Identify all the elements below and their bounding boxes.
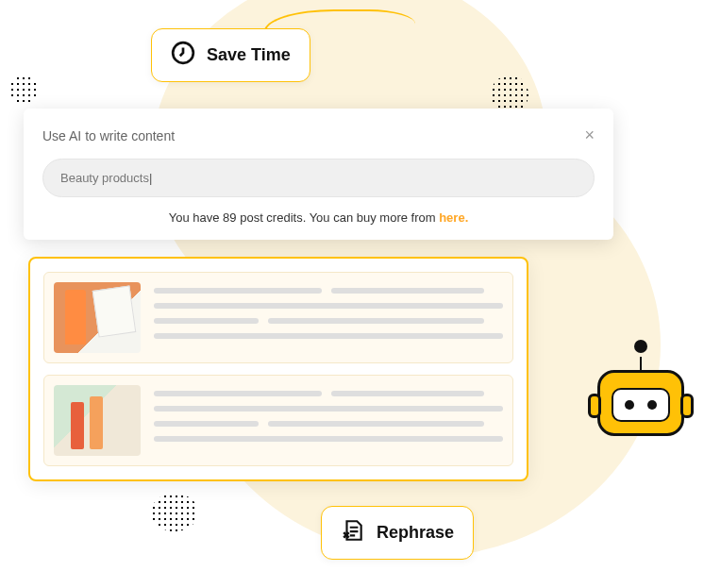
result-item[interactable] (43, 272, 513, 363)
decorative-dots (491, 76, 528, 113)
buy-credits-link[interactable]: here. (439, 210, 468, 225)
clock-icon (171, 41, 195, 70)
robot-face (612, 388, 670, 422)
close-button[interactable]: × (584, 126, 595, 145)
badge-label: Rephrase (377, 523, 454, 543)
robot-antenna-line (640, 357, 642, 370)
robot-head (597, 370, 684, 436)
robot-eye-icon (647, 400, 657, 410)
result-skeleton (154, 282, 503, 353)
result-item[interactable] (43, 375, 513, 466)
ai-content-card: Use AI to write content × Beauty product… (24, 109, 613, 240)
rephrase-badge: Rephrase (321, 506, 474, 560)
input-value: Beauty products (60, 171, 152, 185)
card-header: Use AI to write content × (42, 126, 595, 145)
save-time-badge: Save Time (151, 28, 310, 82)
result-thumbnail (54, 385, 141, 456)
decorative-dots (9, 76, 38, 104)
credits-text: You have 89 post credits. You can buy mo… (42, 210, 595, 225)
robot-antenna-dot (634, 340, 647, 353)
robot-ear (680, 394, 694, 418)
topic-input[interactable]: Beauty products (42, 159, 595, 197)
robot-ear (588, 394, 601, 418)
results-panel (28, 257, 528, 481)
close-icon: × (584, 126, 595, 144)
result-skeleton (154, 385, 503, 456)
robot-mascot (589, 340, 693, 436)
card-title: Use AI to write content (42, 128, 175, 143)
document-edit-icon (341, 518, 365, 547)
decorative-dots (151, 494, 198, 531)
result-thumbnail (54, 282, 141, 353)
robot-eye-icon (625, 400, 634, 410)
badge-label: Save Time (207, 45, 291, 65)
